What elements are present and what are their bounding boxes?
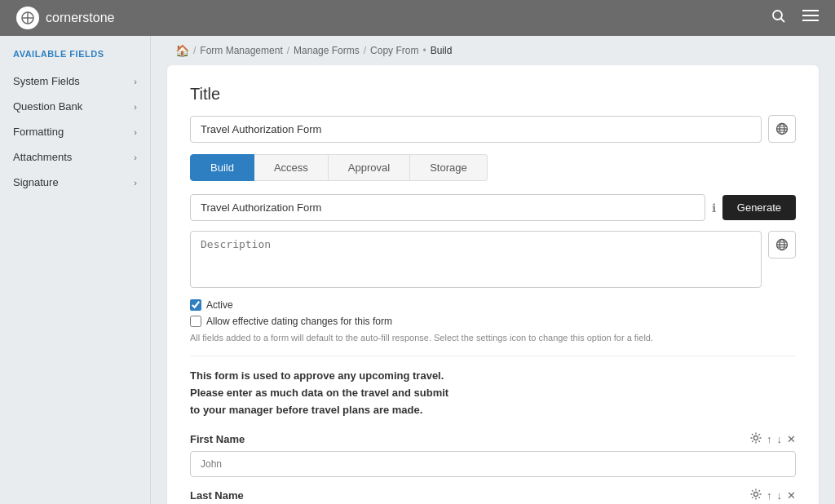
sidebar-item-question-bank[interactable]: Question Bank ›: [0, 94, 150, 119]
form-name-row: ℹ Generate: [190, 194, 796, 221]
nav-actions: [771, 9, 819, 28]
breadcrumb-sep: •: [422, 45, 426, 56]
title-globe-button[interactable]: [768, 115, 796, 143]
generate-button[interactable]: Generate: [722, 195, 796, 220]
divider: [190, 356, 796, 356]
breadcrumb-sep: /: [364, 45, 366, 56]
description-textarea[interactable]: [190, 231, 762, 288]
main-layout: AVAILABLE FIELDS System Fields › Questio…: [0, 36, 835, 504]
effective-dating-checkbox-row: Allow effective dating changes for this …: [190, 316, 796, 327]
field-header-first-name: First Name ↑ ↓ ✕: [190, 432, 796, 446]
sidebar-item-label: Formatting: [13, 126, 64, 138]
tab-build[interactable]: Build: [190, 154, 254, 181]
desc-globe-button[interactable]: [768, 231, 796, 259]
svg-point-18: [754, 435, 758, 440]
field-section-first-name: First Name ↑ ↓ ✕: [190, 432, 796, 477]
breadcrumb: 🏠 / Form Management / Manage Forms / Cop…: [151, 36, 835, 65]
sidebar-item-label: System Fields: [13, 75, 80, 87]
form-section-title: Title: [190, 85, 796, 104]
breadcrumb-sep: /: [193, 45, 196, 56]
form-name-input[interactable]: [190, 194, 705, 221]
last-name-label: Last Name: [190, 489, 244, 502]
app-name: cornerstone: [46, 11, 115, 25]
effective-dating-checkbox[interactable]: [190, 316, 201, 327]
move-up-icon[interactable]: ↑: [767, 489, 772, 502]
title-input-row: [190, 115, 796, 143]
sidebar-item-label: Attachments: [13, 151, 72, 163]
move-up-icon[interactable]: ↑: [767, 433, 772, 445]
chevron-right-icon: ›: [134, 77, 137, 86]
active-checkbox[interactable]: [190, 299, 201, 311]
tab-storage[interactable]: Storage: [410, 154, 488, 181]
logo-icon: [16, 7, 39, 29]
menu-icon[interactable]: [802, 9, 819, 28]
tab-access[interactable]: Access: [254, 154, 329, 181]
move-down-icon[interactable]: ↓: [777, 433, 783, 445]
breadcrumb-form-management[interactable]: Form Management: [200, 45, 282, 56]
active-label[interactable]: Active: [206, 299, 233, 311]
tab-approval[interactable]: Approval: [329, 154, 410, 181]
main-content: 🏠 / Form Management / Manage Forms / Cop…: [151, 36, 835, 504]
sidebar-item-label: Question Bank: [13, 100, 82, 113]
chevron-right-icon: ›: [134, 153, 137, 162]
breadcrumb-manage-forms[interactable]: Manage Forms: [294, 45, 360, 56]
remove-icon[interactable]: ✕: [787, 489, 796, 502]
sidebar-item-system-fields[interactable]: System Fields ›: [0, 69, 150, 94]
chevron-right-icon: ›: [134, 102, 137, 112]
last-name-actions: ↑ ↓ ✕: [750, 489, 796, 502]
active-checkbox-row: Active: [190, 299, 796, 311]
top-navbar: cornerstone: [0, 0, 835, 36]
breadcrumb-current: Build: [431, 45, 453, 56]
sidebar-title: AVAILABLE FIELDS: [0, 49, 150, 69]
first-name-input[interactable]: [190, 451, 796, 477]
chevron-right-icon: ›: [134, 178, 137, 188]
sidebar-item-attachments[interactable]: Attachments ›: [0, 144, 150, 170]
chevron-right-icon: ›: [134, 127, 137, 137]
sidebar-item-signature[interactable]: Signature ›: [0, 170, 150, 195]
search-icon[interactable]: [771, 9, 786, 28]
settings-icon[interactable]: [750, 432, 762, 446]
breadcrumb-sep: /: [287, 45, 289, 56]
svg-point-19: [754, 492, 758, 496]
sidebar-item-formatting[interactable]: Formatting ›: [0, 119, 150, 144]
first-name-label: First Name: [190, 433, 245, 445]
hint-text: All fields added to a form will default …: [190, 332, 796, 344]
move-down-icon[interactable]: ↓: [777, 489, 783, 502]
form-description-text: This form is used to approve any upcomin…: [190, 368, 796, 418]
svg-point-3: [773, 11, 782, 20]
desc-row: [190, 231, 796, 288]
svg-line-4: [781, 18, 785, 22]
breadcrumb-copy-from[interactable]: Copy From: [370, 45, 418, 56]
home-icon[interactable]: 🏠: [175, 44, 189, 57]
first-name-actions: ↑ ↓ ✕: [750, 432, 796, 446]
info-icon[interactable]: ℹ: [712, 201, 716, 214]
sidebar-item-label: Signature: [13, 176, 59, 188]
form-card: Title Build Access Approv: [167, 65, 819, 504]
title-input[interactable]: [190, 116, 762, 143]
effective-dating-label[interactable]: Allow effective dating changes for this …: [206, 316, 392, 327]
remove-icon[interactable]: ✕: [787, 433, 796, 445]
tabs: Build Access Approval Storage: [190, 154, 796, 181]
sidebar: AVAILABLE FIELDS System Fields › Questio…: [0, 36, 151, 504]
field-header-last-name: Last Name ↑ ↓ ✕: [190, 489, 796, 502]
app-logo: cornerstone: [16, 7, 115, 29]
settings-icon[interactable]: [750, 489, 762, 502]
field-section-last-name: Last Name ↑ ↓ ✕: [190, 489, 796, 504]
